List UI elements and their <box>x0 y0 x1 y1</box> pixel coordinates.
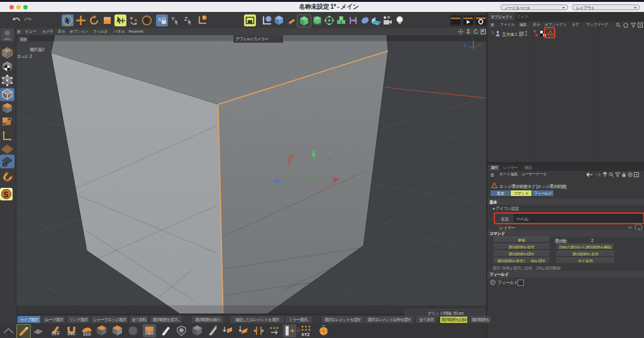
svg-text:Z: Z <box>464 43 466 47</box>
svg-text:Z: Z <box>184 16 188 22</box>
svg-text:XYZ: XYZ <box>301 332 310 337</box>
svg-text:Y: Y <box>171 16 175 22</box>
svg-text:X: X <box>158 16 162 23</box>
svg-text:S: S <box>4 190 9 199</box>
